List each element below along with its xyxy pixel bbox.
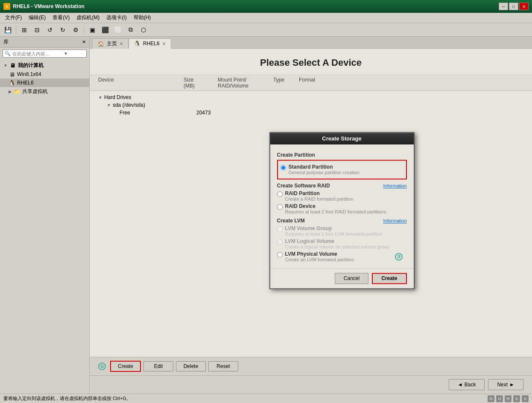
sidebar-item-my-computer[interactable]: ▼ 🖥 我的计算机 (0, 61, 89, 70)
sidebar-search-box[interactable]: 🔍 ▼ (3, 50, 87, 58)
status-bar: 要将输入定向到该虚拟机，请在虚拟机内部单击或按 Ctrl+G。 N U H S … (0, 394, 532, 403)
create-storage-dialog: Create Storage Create Partition Standard… (269, 132, 415, 289)
menu-view[interactable]: 查看(V) (49, 13, 73, 22)
search-input[interactable] (12, 51, 64, 56)
page-header: Please Select A Device (90, 49, 532, 75)
lvm-volume-group-text: LVM Volume Group Requires at least 1 fre… (285, 225, 382, 237)
home-tab-icon: 🏠 (98, 41, 104, 47)
app-icon: V (3, 3, 10, 10)
main-layout: 库 ✕ 🔍 ▼ ▼ 🖥 我的计算机 🖥 Win8.1x64 🐧 RHEL6 (0, 37, 532, 394)
lvm-logical-volume-radio (277, 239, 283, 245)
toolbar-btn-vm3[interactable]: ⬜ (112, 24, 124, 35)
menu-vm[interactable]: 虚拟机(M) (73, 13, 103, 22)
raid-partition-radio[interactable] (277, 191, 283, 197)
lvm-physical-volume-radio[interactable] (277, 252, 283, 257)
toolbar-btn-vm2[interactable]: ⬛ (99, 24, 111, 35)
menu-help[interactable]: 帮助(H) (130, 13, 155, 22)
section-create-lvm-header: Create LVM Information (277, 218, 407, 224)
free-label: Free (120, 110, 196, 116)
close-button[interactable]: ✕ (519, 3, 529, 10)
toolbar-btn-vm4[interactable]: ⧉ (125, 24, 137, 35)
sda-expand-arrow: ▼ (107, 103, 111, 108)
dialog-cancel-button[interactable]: Cancel (335, 273, 368, 284)
next-button[interactable]: Next ► (488, 379, 523, 390)
reset-button[interactable]: Reset (208, 361, 238, 371)
raid-device-radio[interactable] (277, 204, 283, 210)
edit-button[interactable]: Edit (143, 361, 173, 371)
menu-file[interactable]: 文件(F) (2, 13, 25, 22)
sidebar-title: 库 (3, 38, 9, 46)
col-type: Type (273, 77, 299, 89)
create-lvm-link[interactable]: Information (383, 218, 406, 223)
standard-partition-option-highlighted: Standard Partition General purpose parti… (277, 160, 407, 179)
sidebar-item-shared[interactable]: ▶ 📁 共享虚拟机 (0, 87, 89, 96)
col-mount-point: Mount Point/RAID/Volume (218, 77, 273, 89)
lvm-physical-volume-desc: Create an LVM formated partition (285, 257, 354, 262)
table-row-free: Free 20473 (98, 109, 523, 117)
menu-tabs[interactable]: 选项卡(I) (103, 13, 130, 22)
menu-edit[interactable]: 编辑(E) (25, 13, 49, 22)
toolbar-btn-4[interactable]: ↺ (44, 24, 56, 35)
toolbar-btn-6[interactable]: ⚙ (70, 24, 82, 35)
hard-drives-label: Hard Drives (104, 94, 131, 100)
dialog-create-button[interactable]: Create (372, 273, 406, 284)
raid-device-option: RAID Device Requires at least 2 free RAI… (277, 203, 407, 214)
search-dropdown-icon[interactable]: ▼ (64, 51, 68, 56)
lvm-logical-volume-desc: Create a logical volume on selected volu… (285, 244, 389, 249)
raid-device-title: RAID Device (285, 203, 386, 209)
tab-rhel6-close[interactable]: ✕ (162, 41, 166, 46)
vm-main-area: Please Select A Device Device Size(MB) M… (90, 49, 532, 357)
standard-partition-radio[interactable] (281, 165, 286, 170)
lvm-physical-volume-text: LVM Physical Volume Create an LVM format… (285, 251, 354, 262)
lvm-logical-volume-option: LVM Logical Volume Create a logical volu… (277, 238, 407, 249)
dialog-body: Create Partition Standard Partition Gene… (270, 144, 414, 268)
create-software-raid-link[interactable]: Information (383, 183, 406, 188)
status-icons: N U H S A (488, 395, 529, 402)
title-bar-text: RHEL6 - VMware Workstation (13, 3, 85, 9)
toolbar-btn-vm1[interactable]: ▣ (86, 24, 98, 35)
title-bar-controls: ─ □ ✕ (499, 3, 529, 10)
next-arrow-icon: ► (509, 382, 514, 388)
computer-icon: 🖥 (9, 62, 16, 69)
sidebar-item-win81[interactable]: 🖥 Win8.1x64 (0, 70, 89, 79)
minimize-button[interactable]: ─ (499, 3, 508, 10)
sidebar: 库 ✕ 🔍 ▼ ▼ 🖥 我的计算机 🖥 Win8.1x64 🐧 RHEL6 (0, 37, 90, 394)
tree-expand-arrow-shared: ▶ (9, 89, 12, 94)
col-device: Device (98, 77, 184, 89)
status-text: 要将输入定向到该虚拟机，请在虚拟机内部单击或按 Ctrl+G。 (3, 395, 131, 402)
table-row-sda: ▼ sda (/dev/sda) (98, 101, 523, 109)
dialog-title: Create Storage (322, 135, 361, 142)
nav-buttons: ◄ Back Next ► (90, 375, 532, 394)
menu-bar: 文件(F) 编辑(E) 查看(V) 虚拟机(M) 选项卡(I) 帮助(H) (0, 13, 532, 23)
create-software-raid-label: Create Software RAID (277, 183, 330, 189)
content-area: 🏠 主页 ✕ 🐧 RHEL6 ✕ Please Select A Device … (90, 37, 532, 394)
lvm-volume-group-desc: Requires at least 1 free LVM formated pa… (285, 231, 382, 237)
vm-icon-rhel6: 🐧 (9, 79, 15, 86)
delete-button[interactable]: Delete (176, 361, 206, 371)
tree-collapse-arrow: ▼ (3, 63, 8, 68)
lvm-logical-volume-title: LVM Logical Volume (285, 238, 389, 244)
lvm-volume-group-option: LVM Volume Group Requires at least 1 fre… (277, 225, 407, 237)
search-icon: 🔍 (5, 51, 11, 56)
back-button[interactable]: ◄ Back (449, 379, 485, 390)
create-partition-button[interactable]: Create (110, 361, 141, 372)
status-icon-3: H (505, 395, 512, 402)
toolbar-btn-2[interactable]: ⊞ (18, 24, 30, 35)
toolbar-btn-3[interactable]: ⊟ (31, 24, 43, 35)
toolbar-btn-vm5[interactable]: ⬡ (137, 24, 149, 35)
toolbar-btn-1[interactable]: 💾 (2, 24, 14, 35)
toolbar-btn-5[interactable]: ↻ (57, 24, 69, 35)
sidebar-item-label-my-computer: 我的计算机 (18, 62, 44, 69)
tab-home-close[interactable]: ✕ (120, 41, 123, 46)
standard-partition-text: Standard Partition General purpose parti… (289, 164, 360, 175)
maximize-button[interactable]: □ (509, 3, 518, 10)
tab-rhel6[interactable]: 🐧 RHEL6 ✕ (129, 38, 171, 49)
circle-num-3-icon: ③ (395, 253, 403, 260)
sidebar-item-rhel6[interactable]: 🐧 RHEL6 (0, 79, 89, 87)
rhel6-tab-icon: 🐧 (134, 41, 140, 47)
title-bar: V RHEL6 - VMware Workstation ─ □ ✕ (0, 0, 532, 13)
shared-vm-icon: 📁 (14, 88, 20, 95)
raid-partition-title: RAID Partition (285, 190, 354, 196)
sidebar-close-icon[interactable]: ✕ (82, 39, 86, 45)
tab-home[interactable]: 🏠 主页 ✕ (92, 38, 129, 49)
